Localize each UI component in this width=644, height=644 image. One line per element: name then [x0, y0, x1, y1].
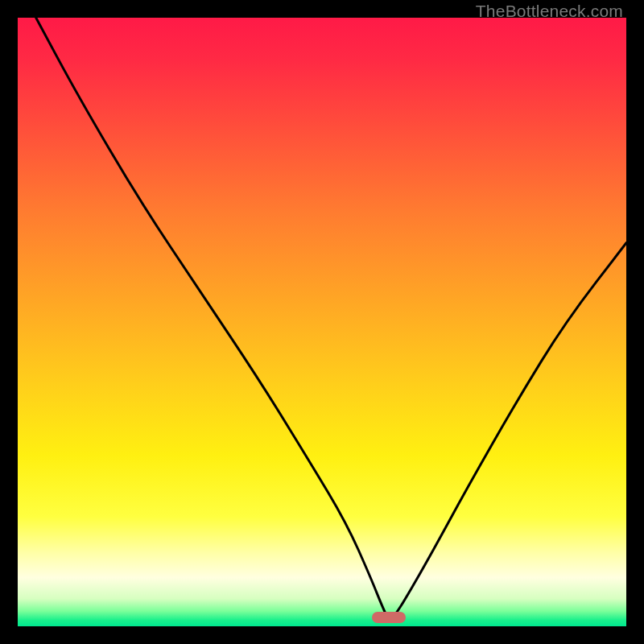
chart-plot — [18, 18, 626, 626]
chart-background-gradient — [18, 18, 626, 626]
watermark-text: TheBottleneck.com — [476, 2, 623, 21]
optimum-marker — [372, 612, 406, 623]
chart-frame — [18, 18, 626, 626]
